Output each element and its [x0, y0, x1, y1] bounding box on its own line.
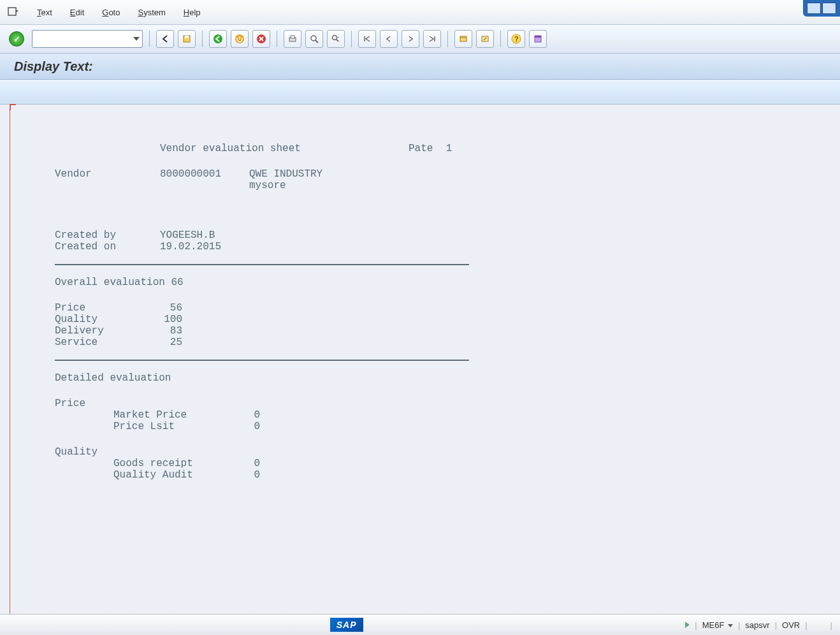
layout-button[interactable] — [529, 30, 547, 48]
detail-group-label: Quality — [55, 446, 802, 458]
detailed-label: Detailed evaluation — [55, 372, 802, 384]
toolbar-separator — [202, 31, 203, 47]
svg-rect-13 — [460, 36, 467, 41]
save-button[interactable] — [178, 30, 196, 48]
vendor-name: QWE INDUSTRY — [249, 168, 322, 180]
toolbar: ✓ + ? — [0, 25, 840, 54]
score-row: Price56 — [55, 302, 802, 314]
content-wrap: Vendor evaluation sheet Pate 1 Vendor 80… — [0, 105, 840, 622]
detail-value: 0 — [241, 421, 260, 432]
svg-text:+: + — [337, 35, 340, 39]
svg-rect-2 — [185, 36, 189, 38]
vendor-row: Vendor 8000000001 QWE INDUSTRY — [55, 168, 802, 180]
dropdown-icon — [133, 37, 140, 41]
minimize-button[interactable] — [807, 3, 821, 14]
score-row: Service25 — [55, 337, 802, 348]
score-value: 56 — [150, 302, 182, 314]
score-value: 100 — [150, 314, 182, 325]
app-menu-icon[interactable] — [8, 6, 19, 18]
enter-icon[interactable]: ✓ — [9, 31, 24, 47]
report-body: Vendor evaluation sheet Pate 1 Vendor 80… — [10, 105, 840, 622]
created-by-value: YOGEESH.B — [160, 230, 215, 241]
find-button[interactable] — [305, 30, 323, 48]
new-session-button[interactable] — [454, 30, 472, 48]
scores-block: Price56Quality100Delivery83Service25 — [55, 302, 802, 348]
divider — [55, 264, 469, 265]
score-label: Service — [55, 337, 150, 348]
toolbar-separator — [447, 31, 448, 47]
exit-button[interactable] — [231, 30, 249, 48]
status-tcode[interactable]: ME6F — [702, 620, 733, 630]
title-band: Display Text: — [0, 54, 840, 80]
detail-group-label: Price — [55, 398, 802, 409]
back-button[interactable] — [156, 30, 174, 48]
sap-logo: SAP — [330, 618, 363, 632]
vendor-city-row: mysore — [55, 180, 802, 191]
report-heading: Vendor evaluation sheet — [160, 143, 409, 154]
maximize-button[interactable] — [822, 3, 836, 14]
statusbar: SAP | ME6F | sapsvr | OVR | | — [0, 614, 840, 635]
menu-text[interactable]: Text — [37, 8, 52, 17]
toolbar-separator — [149, 31, 150, 47]
command-field[interactable] — [32, 30, 143, 48]
heading-row: Vendor evaluation sheet Pate 1 — [55, 143, 802, 154]
svg-point-8 — [311, 36, 316, 41]
toolbar-separator — [277, 31, 277, 47]
back-green-button[interactable] — [209, 30, 227, 48]
next-page-button[interactable] — [402, 30, 419, 48]
toolbar-separator — [351, 31, 352, 47]
detail-label: Goods receipt — [113, 458, 241, 469]
score-label: Quality — [55, 314, 150, 325]
created-on-value: 19.02.2015 — [160, 241, 221, 252]
svg-rect-19 — [535, 36, 541, 38]
vendor-number: 8000000001 — [160, 168, 249, 180]
created-by-label: Created by — [55, 230, 160, 241]
detail-row: Price Lsit0 — [55, 421, 802, 432]
help-button[interactable]: ? — [507, 30, 525, 48]
overall-value: 66 — [171, 277, 183, 288]
svg-line-9 — [315, 40, 318, 43]
dropdown-icon — [728, 624, 733, 627]
detail-label: Quality Audit — [113, 469, 241, 481]
cancel-button[interactable] — [252, 30, 270, 48]
page-number: 1 — [433, 143, 452, 154]
detail-label: Price Lsit — [113, 421, 241, 432]
detail-row: Market Price0 — [55, 409, 802, 421]
created-on-row: Created on 19.02.2015 — [55, 241, 802, 252]
svg-line-11 — [337, 40, 338, 41]
vendor-label: Vendor — [55, 168, 160, 180]
prev-page-button[interactable] — [380, 30, 398, 48]
overall-label: Overall evaluation — [55, 277, 165, 288]
app-toolbar-band — [0, 80, 840, 105]
menu-help[interactable]: Help — [184, 8, 201, 17]
svg-point-10 — [333, 36, 337, 40]
overall-row: Overall evaluation 66 — [55, 277, 802, 288]
score-label: Price — [55, 302, 150, 314]
svg-point-3 — [214, 34, 222, 43]
score-value: 83 — [150, 325, 182, 337]
menu-edit[interactable]: Edit — [70, 8, 84, 17]
menubar: Text Edit Goto System Help — [0, 0, 840, 25]
page-title: Display Text: — [14, 59, 93, 74]
status-indicator-icon — [685, 622, 690, 628]
created-on-label: Created on — [55, 241, 160, 252]
svg-rect-0 — [8, 8, 16, 15]
menu-system[interactable]: System — [138, 8, 165, 17]
menu-goto[interactable]: Goto — [102, 8, 120, 17]
detail-label: Market Price — [113, 409, 241, 421]
first-page-button[interactable] — [358, 30, 376, 48]
shortcut-button[interactable] — [476, 30, 494, 48]
detail-row: Goods receipt0 — [55, 458, 802, 469]
print-button[interactable] — [284, 30, 301, 48]
find-next-button[interactable]: + — [327, 30, 345, 48]
toolbar-separator — [500, 31, 501, 47]
svg-text:?: ? — [514, 35, 519, 43]
status-server: sapsvr — [745, 620, 769, 630]
window-controls — [803, 0, 840, 17]
detail-value: 0 — [241, 469, 260, 481]
svg-rect-7 — [291, 36, 294, 38]
last-page-button[interactable] — [423, 30, 441, 48]
page-label: Pate — [409, 143, 433, 154]
detail-row: Quality Audit0 — [55, 469, 802, 481]
corner-marker-tl — [10, 104, 16, 110]
